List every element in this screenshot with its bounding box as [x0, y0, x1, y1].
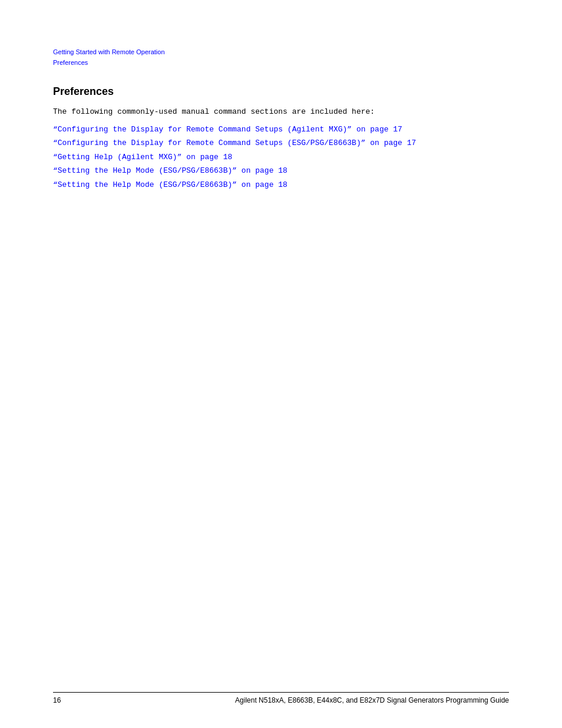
toc-links-container: “Configuring the Display for Remote Comm…	[53, 124, 509, 191]
toc-link-4[interactable]: “Setting the Help Mode (ESG/PSG/E8663B)”…	[53, 165, 509, 177]
toc-link-5[interactable]: “Setting the Help Mode (ESG/PSG/E8663B)”…	[53, 179, 509, 191]
breadcrumb-link-2[interactable]: Preferences	[53, 58, 509, 68]
page-container: Getting Started with Remote Operation Pr…	[0, 0, 562, 728]
page-footer: 16 Agilent N518xA, E8663B, E44x8C, and E…	[53, 692, 509, 704]
toc-link-2[interactable]: “Configuring the Display for Remote Comm…	[53, 137, 509, 149]
toc-link-1[interactable]: “Configuring the Display for Remote Comm…	[53, 124, 509, 136]
footer-page-number: 16	[53, 696, 61, 704]
toc-link-3[interactable]: “Getting Help (Agilent MXG)” on page 18	[53, 151, 509, 163]
breadcrumb-link-1[interactable]: Getting Started with Remote Operation	[53, 47, 509, 58]
breadcrumb: Getting Started with Remote Operation Pr…	[53, 47, 509, 68]
footer-document-title: Agilent N518xA, E8663B, E44x8C, and E82x…	[235, 696, 509, 704]
section-title: Preferences	[53, 85, 509, 98]
intro-text: The following commonly-used manual comma…	[53, 106, 509, 118]
